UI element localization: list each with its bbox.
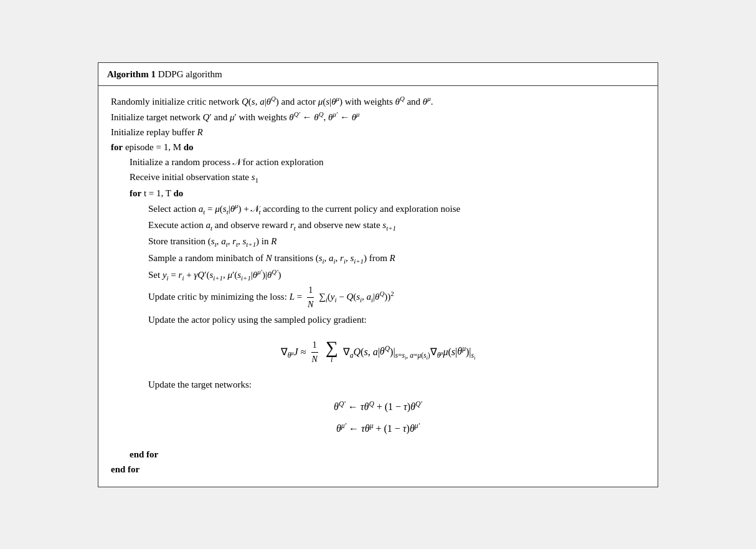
line-receive-obs: Receive initial observation state s1 [111, 169, 645, 186]
line-set-yi: Set yi = ri + γQ′(si+1, μ′(si+1|θμ′)|θQ′… [111, 267, 645, 284]
line-init-process: Initialize a random process 𝒩 for action… [111, 155, 645, 169]
line-store-transition: Store transition (st, at, rt, st+1) in R [111, 234, 645, 250]
line-init-target: Initialize target network Q′ and μ′ with… [111, 109, 645, 125]
policy-gradient-equation: ∇θμJ ≈ 1 N ∑ i ∇aQ(s, a|θQ)|s=si, a=μ(si… [111, 338, 645, 367]
algorithm-number: Algorithm 1 [107, 69, 156, 79]
line-update-target-label: Update the target networks: [111, 377, 645, 392]
line-update-critic: Update critic by minimizing the loss: L … [111, 284, 645, 312]
line-end-for-outer: end for [111, 462, 645, 477]
target-update-eq1: θQ′ ← τθQ + (1 − τ)θQ′ [111, 398, 645, 415]
algorithm-body: Randomly initialize critic network Q(s, … [98, 86, 658, 487]
line-for-t: for t = 1, T do [111, 186, 645, 201]
line-init-critic: Randomly initialize critic network Q(s, … [111, 93, 645, 109]
line-select-action: Select action at = μ(st|θμ) + 𝒩t accordi… [111, 201, 645, 217]
line-execute-action: Execute action at and observe reward rt … [111, 217, 645, 234]
line-init-buffer: Initialize replay buffer R [111, 125, 645, 140]
target-update-eq2: θμ′ ← τθμ + (1 − τ)θμ′ [111, 420, 645, 437]
line-for-episode: for episode = 1, M do [111, 140, 645, 155]
line-sample-minibatch: Sample a random minibatch of N transitio… [111, 251, 645, 267]
line-end-for-inner: end for [111, 447, 645, 462]
algorithm-container: Algorithm 1 DDPG algorithm Randomly init… [98, 62, 658, 487]
algorithm-header: Algorithm 1 DDPG algorithm [98, 63, 658, 86]
line-update-actor-label: Update the actor policy using the sample… [111, 312, 645, 327]
algorithm-title: DDPG algorithm [158, 69, 222, 79]
